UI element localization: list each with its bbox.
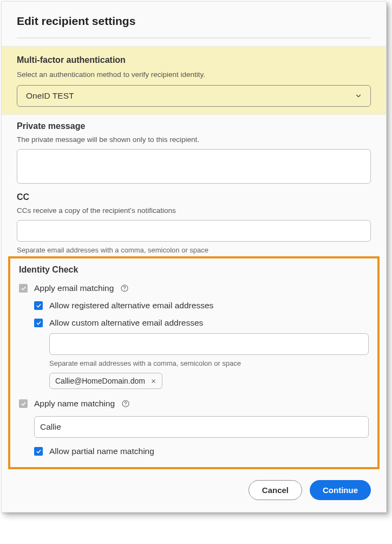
page-title: Edit recipient settings (17, 15, 371, 28)
allow-partial-name-label: Allow partial name matching (49, 446, 154, 456)
identity-check-title: Identity Check (19, 265, 369, 275)
private-message-description: The private message will be shown only t… (17, 135, 371, 144)
mfa-method-select[interactable]: OneID TEST (17, 85, 371, 107)
apply-email-matching-checkbox (19, 284, 28, 293)
apply-name-matching-checkbox (19, 399, 28, 408)
allow-custom-alt-row: Allow custom alternative email addresses (34, 318, 369, 328)
allow-registered-alt-label: Allow registered alternative email addre… (49, 301, 213, 310)
cc-hint: Separate email addresses with a comma, s… (17, 246, 371, 254)
continue-button[interactable]: Continue (310, 480, 371, 500)
apply-name-matching-label: Apply name matching (34, 399, 115, 409)
private-message-section: Private message The private message will… (2, 115, 386, 186)
mfa-section: Multi-factor authentication Select an au… (2, 46, 386, 115)
cc-title: CC (17, 192, 371, 202)
mfa-select-wrap: OneID TEST (17, 85, 371, 107)
name-matching-input[interactable] (34, 416, 369, 438)
name-matching-input-wrap (34, 416, 369, 438)
custom-alt-block: Separate email addresses with a comma, s… (49, 333, 369, 389)
apply-name-matching-row: Apply name matching (19, 399, 369, 409)
apply-email-matching-label: Apply email matching (34, 283, 114, 293)
edit-recipient-settings-modal: Edit recipient settings Multi-factor aut… (1, 1, 387, 513)
private-message-input[interactable] (17, 149, 371, 184)
cc-input[interactable] (17, 220, 371, 242)
mfa-selected-value: OneID TEST (26, 91, 74, 101)
custom-alt-email-chip: Callie@HomeDomain.dom (49, 373, 162, 389)
svg-point-1 (125, 290, 125, 290)
allow-registered-alt-checkbox[interactable] (34, 301, 43, 310)
allow-custom-alt-label: Allow custom alternative email addresses (49, 318, 203, 328)
custom-alt-hint: Separate email addresses with a comma, s… (49, 359, 369, 367)
apply-email-matching-row: Apply email matching (19, 283, 369, 293)
help-icon[interactable] (120, 284, 129, 293)
modal-footer: Cancel Continue (2, 469, 386, 500)
allow-partial-name-checkbox[interactable] (34, 447, 43, 456)
help-icon[interactable] (121, 399, 130, 408)
allow-custom-alt-checkbox[interactable] (34, 319, 43, 327)
svg-point-3 (125, 405, 126, 406)
allow-partial-name-row: Allow partial name matching (34, 446, 369, 456)
mfa-title: Multi-factor authentication (17, 55, 371, 65)
private-message-title: Private message (17, 121, 371, 131)
close-icon[interactable] (151, 378, 156, 384)
mfa-description: Select an authentication method to verif… (17, 70, 371, 79)
cc-description: CCs receive a copy of the recipient's no… (17, 206, 371, 215)
identity-check-section: Identity Check Apply email matching Allo… (8, 256, 380, 469)
divider (17, 37, 371, 38)
modal-header: Edit recipient settings (2, 2, 386, 37)
cancel-button[interactable]: Cancel (249, 480, 302, 500)
allow-registered-alt-row: Allow registered alternative email addre… (34, 301, 369, 310)
chip-text: Callie@HomeDomain.dom (55, 377, 145, 385)
custom-alt-email-input[interactable] (49, 333, 369, 355)
cc-section: CC CCs receive a copy of the recipient's… (2, 186, 386, 256)
